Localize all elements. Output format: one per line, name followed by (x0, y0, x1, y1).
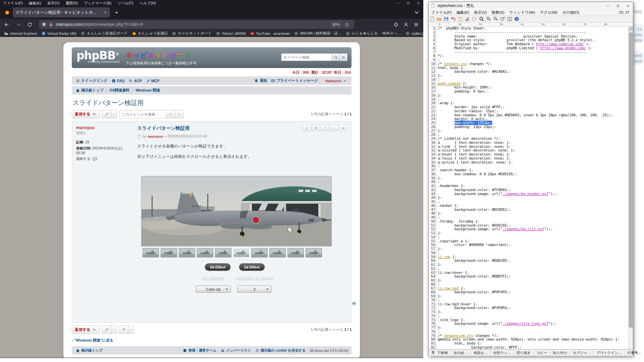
magup-icon[interactable] (492, 16, 499, 22)
scissors-icon[interactable] (464, 16, 471, 22)
back-button[interactable] (2, 20, 11, 29)
code-line[interactable]: 81 html, body {↓ (429, 342, 628, 346)
bookmark-item[interactable]: YouTube - acarsman (250, 32, 290, 36)
app-menu-icon[interactable] (411, 20, 421, 29)
nav-link-通知[interactable]: 通知 (254, 78, 267, 83)
maximize-icon[interactable] (613, 2, 623, 9)
code-line[interactable]: 73}↓ (429, 310, 628, 314)
code-line[interactable]: 77}↓ (429, 326, 628, 330)
code-line[interactable]: 38 box-shadow: 0 0 10px #505C65;↓ (429, 172, 628, 176)
2d-effect-button[interactable]: 2d Effect (239, 263, 265, 270)
bookmark-item[interactable]: らじる★らじる (346, 31, 378, 36)
insecure-lock-icon[interactable] (49, 22, 53, 27)
editor-body[interactable]: 1/* phpBB3 Style Sheet↓2 ---------------… (429, 26, 633, 349)
info-post-button[interactable] (330, 125, 338, 131)
code-line[interactable]: 82 background-color: #FFF;↓ (429, 346, 628, 349)
delete-post-button[interactable] (312, 125, 320, 131)
code-line[interactable]: 25 max-width: 1252px;↓ (429, 121, 628, 125)
statusbar-function[interactable]: 下候補 (434, 351, 451, 355)
code-line[interactable]: 13}↓ (429, 74, 628, 78)
bookmark-star-icon[interactable] (344, 22, 349, 27)
code-line[interactable]: 5 Original author: Tom Beddard ( http://… (429, 42, 628, 46)
firefox-menu-item[interactable]: ヘルプ(H) (137, 1, 159, 6)
code-line[interactable]: 48}↓ (429, 212, 628, 216)
code-line[interactable]: 58↓ (429, 251, 628, 255)
code-line[interactable]: 46.navbar {↓ (429, 204, 628, 208)
code-line[interactable]: 57}↓ (429, 247, 628, 251)
forward-button[interactable] (13, 20, 23, 29)
code-line[interactable]: 8*/↓ (429, 54, 628, 58)
footer-link[interactable]: 掲示板の cookie を消去する (255, 348, 306, 353)
code-line[interactable]: 76 background-image: url("./images/site_… (429, 322, 628, 326)
code-line[interactable]: 72 background-color: #F4F8FA;↓ (429, 306, 628, 310)
undo-icon[interactable] (450, 16, 457, 22)
code-line[interactable]: 2 --------------------------------------… (429, 31, 628, 35)
user-menu[interactable]: mansyuu (325, 79, 348, 83)
minimize-icon[interactable] (393, 0, 403, 6)
moderator-tools-dropdown[interactable] (128, 325, 134, 334)
slide-thumbnail-4[interactable] (197, 248, 213, 257)
code-line[interactable]: 37.search-header {↓ (429, 168, 628, 172)
bookmark-item[interactable]: Virtual Radar (46) (42, 32, 76, 36)
code-line[interactable]: 47 background-color: #DCDEE2;↓ (429, 208, 628, 212)
search-button[interactable] (332, 53, 340, 61)
tracking-protection-icon[interactable] (42, 22, 46, 27)
mag-icon[interactable] (478, 16, 485, 22)
edit-post-button[interactable] (303, 125, 311, 131)
bookmark-item[interactable]: radiko.jp (406, 32, 423, 36)
tab-close-icon[interactable] (104, 11, 107, 14)
code-line[interactable]: 50.forabg, .forumbg {↓ (429, 220, 628, 224)
footer-link[interactable]: 管理・運営チーム (183, 348, 217, 353)
scrollbar-split-icon[interactable] (629, 26, 633, 31)
code-area[interactable]: 1/* phpBB3 Style Sheet↓2 ---------------… (429, 26, 628, 349)
slices-select[interactable]: 3▼ (237, 286, 271, 293)
code-line[interactable]: 64 background-color: #EBEFF1;↓ (429, 275, 628, 279)
phpbb-logo[interactable]: phpBB® creating communities (76, 50, 120, 68)
statusbar-function[interactable]: 分割ウィ… (490, 351, 514, 355)
code-line[interactable]: 22 border-radius: 15px;↓ (429, 109, 628, 113)
slide-thumbnail-1[interactable] (143, 248, 159, 257)
statusbar-function[interactable]: コピー (534, 351, 550, 355)
list-tabs-icon[interactable] (413, 9, 420, 16)
help-icon[interactable]: ? (513, 16, 520, 22)
moderator-tools-button[interactable] (119, 325, 128, 334)
nav-link-クイックリンク[interactable]: クイックリンク (76, 78, 108, 83)
jet-photo[interactable]: 47-8345 345 (142, 176, 331, 246)
close-icon[interactable] (623, 2, 633, 9)
code-line[interactable]: 27}↓ (429, 129, 628, 133)
report-post-button[interactable] (321, 125, 329, 131)
effect-select[interactable]: Cube Up▼ (196, 286, 231, 293)
code-line[interactable]: 1/* phpBB3 Style Sheet↓ (429, 26, 628, 31)
slide-thumbnail-6[interactable] (233, 248, 249, 257)
code-line[interactable]: 56 color: #000000 !important;↓ (429, 243, 628, 247)
breadcrumb-item[interactable]: Windows 関連 (136, 88, 160, 93)
close-icon[interactable] (413, 0, 423, 6)
firefox-menu-item[interactable]: 履歴(S) (62, 1, 81, 6)
nav-link-ACP[interactable]: ACP (128, 78, 142, 83)
firefox-menu-item[interactable]: 編集(E) (26, 1, 44, 6)
code-line[interactable]: 39}↓ (429, 176, 628, 180)
quote-post-button[interactable] (339, 125, 347, 131)
topic-search-input[interactable] (119, 110, 166, 118)
code-line[interactable]: 65}↓ (429, 279, 628, 283)
openfolder-icon[interactable] (436, 16, 443, 22)
code-line[interactable]: 70↓ (429, 298, 628, 302)
bookmark-item[interactable]: まんしゅう彩遊記ボード (81, 31, 128, 36)
scrollbar-thumb[interactable] (629, 33, 633, 327)
nav-link-プライベートメッセージ[interactable]: プライベートメッセージ (271, 78, 318, 83)
statusbar-function[interactable]: 秀丸エデ… (429, 351, 434, 355)
back-to-top-icon[interactable] (352, 301, 357, 306)
save-icon[interactable] (443, 16, 450, 22)
editor-titlebar[interactable]: stylesheet.css - 秀丸 (429, 2, 633, 9)
advanced-search-button[interactable] (339, 53, 347, 61)
code-line[interactable]: 26 padding: 13px 23px;↓ (429, 125, 628, 129)
code-line[interactable]: 33a:hover { text-decoration: none; }↓ (429, 153, 628, 157)
topic-tools-button-bottom[interactable] (102, 325, 111, 334)
code-line[interactable]: 54↓ (429, 235, 628, 239)
breadcrumb-item[interactable]: 掲示板トップ (76, 88, 104, 93)
code-line[interactable]: 44}↓ (429, 196, 628, 200)
return-to-forum-link[interactable]: ‹ "Windows 関連"に戻る (72, 338, 352, 343)
code-line[interactable]: 53}↓ (429, 231, 628, 235)
code-line[interactable]: 35a:active { text-decoration: none; }↓ (429, 161, 628, 165)
bookmark-item[interactable]: キャビネットボード (172, 31, 212, 36)
